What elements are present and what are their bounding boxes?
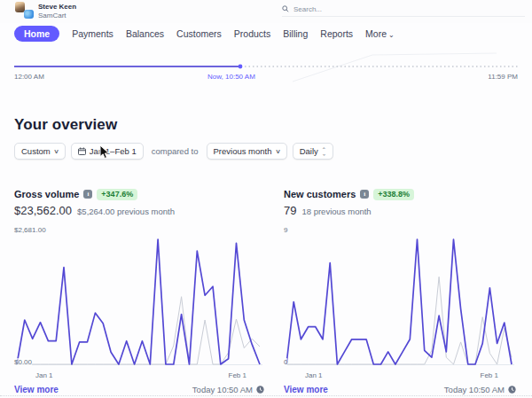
x-axis-start-label: Jan 1 xyxy=(35,371,53,379)
page-title: Your overview xyxy=(14,116,117,134)
gross-volume-chart[interactable] xyxy=(14,237,264,366)
org-logo-icon[interactable] xyxy=(24,10,34,19)
nav-item-more[interactable]: More⌄ xyxy=(365,28,395,39)
y-axis-min-label: $0.00 xyxy=(14,358,32,366)
info-icon[interactable]: i xyxy=(360,190,369,199)
change-badge: +347.6% xyxy=(97,189,137,200)
timeline-now-label: Now, 10:50 AM xyxy=(207,73,255,81)
clock-icon xyxy=(508,386,516,394)
previous-total: 18 previous month xyxy=(301,207,371,216)
timeline-start-label: 12:00 AM xyxy=(14,73,44,81)
account-org[interactable]: SamCart xyxy=(38,12,66,20)
x-axis-end-label: Feb 1 xyxy=(481,371,498,379)
granularity-select[interactable]: Daily ⌃⌃ xyxy=(293,143,333,160)
nav-item-home[interactable]: Home xyxy=(14,26,59,42)
timeline-end-label: 11:59 PM xyxy=(488,73,518,81)
timeline-chart xyxy=(0,46,532,89)
card-title: Gross volume xyxy=(14,189,79,199)
current-total: 79 xyxy=(284,204,296,217)
main-nav: Home Payments Balances Customers Product… xyxy=(14,26,395,42)
x-axis-start-label: Jan 1 xyxy=(305,371,323,379)
clock-icon xyxy=(256,386,264,394)
current-total: $23,562.00 xyxy=(14,204,72,217)
y-axis-max-label: 9 xyxy=(284,226,516,235)
range-type-dropdown[interactable]: Custom ∨ xyxy=(14,143,66,160)
change-badge: +338.8% xyxy=(373,189,414,200)
search-icon xyxy=(282,5,289,12)
chevron-down-icon: ⌄ xyxy=(388,31,395,39)
y-axis-max-label: $2,681.00 xyxy=(14,226,264,235)
section-divider xyxy=(0,395,532,396)
nav-item-customers[interactable]: Customers xyxy=(176,28,222,39)
account-name[interactable]: Steve Keen xyxy=(38,3,76,11)
filter-bar: Custom ∨ Jan 1–Feb 1 compared to Previou… xyxy=(14,143,333,160)
compare-period-dropdown[interactable]: Previous month ∨ xyxy=(207,143,287,160)
search-input[interactable]: Search... xyxy=(282,2,525,17)
new-customers-card: New customers i +338.8% 79 18 previous m… xyxy=(284,188,516,397)
previous-total: $5,264.00 previous month xyxy=(77,207,175,216)
new-customers-chart[interactable] xyxy=(284,237,516,366)
view-more-link[interactable]: View more xyxy=(284,385,328,394)
gross-volume-card: Gross volume i +347.6% $23,562.00 $5,264… xyxy=(14,188,264,397)
top-header: Steve Keen SamCart Search... xyxy=(0,0,532,23)
date-range-button[interactable]: Jan 1–Feb 1 xyxy=(71,143,144,160)
now-marker-dot xyxy=(239,65,243,69)
chevron-down-icon: ∨ xyxy=(53,148,59,155)
footer-time: Today 10:50 AM xyxy=(192,385,264,394)
today-timeline[interactable]: 12:00 AM Now, 10:50 AM 11:59 PM xyxy=(0,46,532,89)
y-axis-min-label: 0 xyxy=(284,358,287,366)
calendar-icon xyxy=(78,147,86,155)
nav-item-reports[interactable]: Reports xyxy=(320,28,353,39)
card-title: New customers xyxy=(284,189,356,199)
nav-item-products[interactable]: Products xyxy=(234,28,270,39)
up-down-chevrons-icon: ⌃⌃ xyxy=(322,148,326,155)
search-placeholder: Search... xyxy=(293,5,322,13)
nav-item-payments[interactable]: Payments xyxy=(72,28,113,39)
view-more-link[interactable]: View more xyxy=(14,385,59,394)
nav-item-billing[interactable]: Billing xyxy=(283,28,308,39)
nav-item-balances[interactable]: Balances xyxy=(126,28,164,39)
info-icon[interactable]: i xyxy=(83,190,92,199)
compared-to-label: compared to xyxy=(152,146,199,156)
x-axis-end-label: Feb 1 xyxy=(229,371,246,379)
chevron-down-icon: ∨ xyxy=(275,148,281,155)
footer-time: Today 10:50 AM xyxy=(444,385,516,394)
